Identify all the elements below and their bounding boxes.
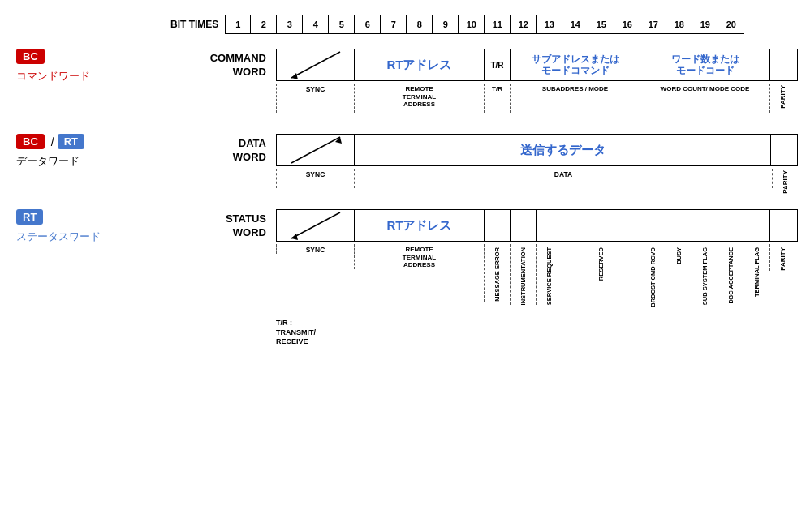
bit-cell-4: 4 bbox=[303, 15, 329, 34]
command-badge-row: BC bbox=[16, 49, 48, 64]
cmd-rt-address-seg: RTアドレス bbox=[355, 49, 485, 80]
data-word-label-area: DATA WORD bbox=[170, 134, 276, 165]
status-parity-label: PARITY bbox=[769, 244, 795, 271]
status-box-row: RTアドレス bbox=[276, 209, 798, 242]
status-word-section: RT ステータスワード STATUS WORD bbox=[8, 209, 798, 311]
cmd-parity-label: PARITY bbox=[769, 84, 795, 113]
data-data-seg: 送信するデータ bbox=[355, 135, 771, 165]
footnote: T/R : TRANSMIT/ RECEIVE bbox=[276, 319, 798, 347]
status-instr-label: INSTRUMENTATION bbox=[510, 244, 536, 305]
cmd-wc-label: WORD COUNT/ MODE CODE bbox=[640, 84, 769, 113]
bit-cell-11: 11 bbox=[485, 15, 511, 34]
data-word-label: DATA WORD bbox=[233, 137, 266, 165]
data-bc-badge: BC bbox=[16, 134, 45, 149]
command-word-diagram: RTアドレス T/R サブアドレスまたは モードコマンド ワード数または モード… bbox=[276, 49, 798, 114]
command-word-left: BC コマンドワード bbox=[8, 49, 170, 84]
status-dbc-seg bbox=[718, 210, 744, 241]
bit-cell-16: 16 bbox=[614, 15, 640, 34]
bit-cell-10: 10 bbox=[459, 15, 485, 34]
bit-cell-1: 1 bbox=[225, 15, 251, 34]
status-me-seg bbox=[485, 210, 511, 241]
svg-line-4 bbox=[291, 212, 340, 238]
footnote-text: T/R : TRANSMIT/ RECEIVE bbox=[276, 319, 316, 347]
status-sync-seg bbox=[277, 210, 355, 241]
svg-marker-1 bbox=[291, 73, 298, 79]
bit-times-row: BIT TIMES 123456789101112131415161718192… bbox=[170, 15, 798, 34]
command-word-label: COMMAND WORD bbox=[210, 52, 266, 79]
bit-cell-13: 13 bbox=[537, 15, 562, 34]
data-word-section: BC / RT データワード DATA WORD bbox=[8, 134, 798, 190]
cmd-tr-seg: T/R bbox=[485, 49, 511, 80]
cmd-parity-seg bbox=[770, 49, 796, 80]
status-labels-row: SYNC REMOTE TERMINAL ADDRESS MESSAGE ERR… bbox=[276, 244, 798, 309]
command-word-section: BC コマンドワード COMMAND WORD bbox=[8, 49, 798, 114]
cmd-rta-label: REMOTE TERMINAL ADDRESS bbox=[354, 84, 484, 113]
bit-cell-20: 20 bbox=[718, 15, 744, 34]
data-diagram-container: 送信するデータ SYNC DATA PARITY bbox=[276, 134, 798, 188]
status-dbc-label: DBC ACCEPTANCE bbox=[718, 244, 744, 304]
data-word-diagram: 送信するデータ SYNC DATA PARITY bbox=[276, 134, 798, 190]
cmd-sync-label: SYNC bbox=[276, 84, 354, 113]
cmd-tr-label: T/R bbox=[484, 84, 510, 113]
cmd-wordcount-seg: ワード数または モードコード bbox=[640, 49, 770, 80]
status-tf-label: TERMINAL FLAG bbox=[744, 244, 769, 297]
status-word-left: RT ステータスワード bbox=[8, 209, 170, 244]
bit-cell-17: 17 bbox=[640, 15, 666, 34]
bit-times-label: BIT TIMES bbox=[170, 19, 218, 30]
status-rt-badge: RT bbox=[16, 209, 43, 225]
data-rt-badge: RT bbox=[58, 134, 84, 149]
status-badge-row: RT bbox=[16, 209, 46, 225]
svg-line-0 bbox=[291, 52, 340, 78]
data-parity-label: PARITY bbox=[772, 169, 798, 188]
bc-badge: BC bbox=[16, 49, 45, 64]
bit-cell-8: 8 bbox=[407, 15, 433, 34]
command-diagram-container: RTアドレス T/R サブアドレスまたは モードコマンド ワード数または モード… bbox=[276, 49, 798, 113]
cmd-subaddr-label: SUBADDRES / MODE bbox=[510, 84, 640, 113]
status-instr-seg bbox=[511, 210, 537, 241]
cmd-subaddr-seg: サブアドレスまたは モードコマンド bbox=[511, 49, 640, 80]
data-parity-seg bbox=[771, 135, 797, 165]
status-busy-label: BUSY bbox=[666, 244, 692, 264]
bit-cell-14: 14 bbox=[562, 15, 588, 34]
status-word-label: STATUS WORD bbox=[226, 212, 266, 240]
svg-marker-5 bbox=[291, 234, 298, 240]
status-sr-seg bbox=[537, 210, 562, 241]
bit-cell-2: 2 bbox=[251, 15, 277, 34]
status-reserved-label: RESERVED bbox=[562, 244, 640, 281]
data-japanese-label: データワード bbox=[16, 154, 80, 169]
data-badge-row: BC / RT bbox=[16, 134, 88, 149]
bit-cell-19: 19 bbox=[692, 15, 718, 34]
command-box-row: RTアドレス T/R サブアドレスまたは モードコマンド ワード数または モード… bbox=[276, 49, 798, 81]
data-labels-row: SYNC DATA PARITY bbox=[276, 169, 798, 188]
bit-cell-18: 18 bbox=[666, 15, 692, 34]
bit-cell-9: 9 bbox=[433, 15, 459, 34]
status-sync-label: SYNC bbox=[276, 244, 354, 254]
status-subsys-label: SUB SYSTEM FLAG bbox=[692, 244, 718, 305]
bit-cell-15: 15 bbox=[588, 15, 614, 34]
status-brdcst-label: BRDCST CMD RCVD bbox=[640, 244, 666, 307]
status-brdcst-seg bbox=[640, 210, 666, 241]
status-me-label: MESSAGE ERROR bbox=[484, 244, 510, 302]
status-word-label-area: STATUS WORD bbox=[170, 209, 276, 240]
status-subsys-seg bbox=[692, 210, 718, 241]
command-word-label-area: COMMAND WORD bbox=[170, 49, 276, 79]
bit-cell-7: 7 bbox=[381, 15, 407, 34]
bit-cell-12: 12 bbox=[511, 15, 537, 34]
data-sync-label: SYNC bbox=[276, 169, 354, 188]
status-reserved-seg bbox=[562, 210, 640, 241]
data-sync-seg bbox=[277, 135, 355, 165]
status-word-diagram: RTアドレス bbox=[276, 209, 798, 311]
status-diagram-container: RTアドレス bbox=[276, 209, 798, 309]
cmd-sync-seg bbox=[277, 49, 355, 80]
svg-line-2 bbox=[291, 137, 340, 163]
status-rt-address-seg: RTアドレス bbox=[355, 210, 485, 241]
command-labels-row: SYNC REMOTE TERMINAL ADDRESS T/R SUBADDR… bbox=[276, 84, 798, 113]
data-box-row: 送信するデータ bbox=[276, 134, 798, 166]
status-rta-label: REMOTE TERMINAL ADDRESS bbox=[354, 244, 484, 269]
status-sr-label: SERVICE REQUEST bbox=[536, 244, 562, 305]
bit-cells: 1234567891011121314151617181920 bbox=[225, 15, 744, 34]
page: BIT TIMES 123456789101112131415161718192… bbox=[0, 0, 806, 532]
command-japanese-label: コマンドワード bbox=[16, 69, 90, 84]
data-data-label: DATA bbox=[354, 169, 772, 188]
status-busy-seg bbox=[666, 210, 692, 241]
